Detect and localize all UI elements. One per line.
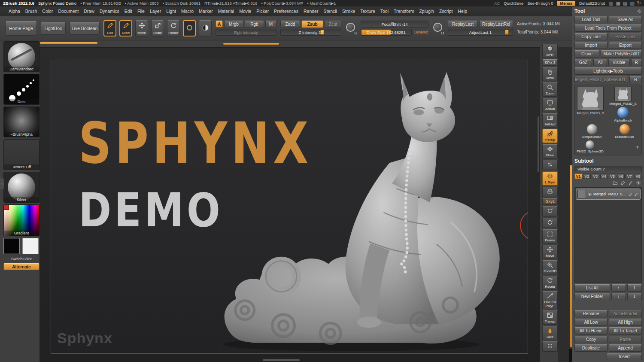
shelf-scroll[interactable]: Scroll xyxy=(542,67,558,81)
tool-thumb-simplebrush[interactable]: SimpleBrush xyxy=(577,124,607,139)
shelf-bpr[interactable]: BPR xyxy=(542,44,558,58)
stroke-curve-toggle[interactable]: S xyxy=(345,21,357,35)
button-visible[interactable]: Visible xyxy=(608,59,630,66)
tile-edit[interactable]: Edit xyxy=(103,20,116,37)
button-goz[interactable]: GoZ xyxy=(574,59,592,66)
zsub-button[interactable]: Zsub xyxy=(301,21,323,28)
shelf-local[interactable] xyxy=(542,160,558,170)
eye-icon[interactable] xyxy=(636,180,641,186)
subtool-tab-v3[interactable]: V3 xyxy=(592,173,599,179)
shelf-move[interactable]: Move xyxy=(542,245,558,259)
button-copy-tool[interactable]: Copy Tool xyxy=(574,33,608,40)
zcut-button[interactable]: Zcut xyxy=(325,21,341,28)
shelf-line-fill[interactable]: Line FillPolyF xyxy=(542,291,558,309)
button-duplicate[interactable]: Duplicate xyxy=(574,344,608,352)
button-autoreorder[interactable]: AutoReorder xyxy=(609,310,642,317)
shelf-dots[interactable] xyxy=(542,341,558,352)
z-intensity-slider[interactable]: Z Intensity 33 xyxy=(280,29,341,36)
tile-brush-ring[interactable] xyxy=(183,20,196,37)
button-copy[interactable]: Copy xyxy=(574,336,608,343)
active-tool-thumb[interactable]: Merged_PM3D_S xyxy=(577,87,604,115)
m-button[interactable]: M xyxy=(265,21,276,28)
live-boolean-button[interactable]: Live Boolean xyxy=(70,22,100,35)
menu-stencil[interactable]: Stencil xyxy=(321,6,340,16)
primary-color-swatch[interactable] xyxy=(3,238,20,254)
button-clone[interactable]: Clone xyxy=(574,50,599,58)
menu-help[interactable]: Help xyxy=(455,6,470,16)
menu-marker[interactable]: Marker xyxy=(196,6,216,16)
button-all[interactable]: All xyxy=(593,59,607,66)
layout-split-icon[interactable]: ▥ xyxy=(609,1,613,6)
material-selector[interactable]: Silver xyxy=(3,172,39,203)
canvas-horizontal-scrollbar[interactable] xyxy=(263,359,300,361)
mrgb-button[interactable]: Mrgb xyxy=(224,21,243,28)
tile-rotate[interactable]: Rotate xyxy=(167,20,180,37)
menu-tool[interactable]: Tool xyxy=(378,6,391,16)
tool-thumb-merged-pm3d-s[interactable]: Merged_PM3D_S xyxy=(606,87,640,106)
document-canvas[interactable]: SPHYNX DEMO Sphynx xyxy=(51,60,528,354)
menu-layer[interactable]: Layer xyxy=(147,6,164,16)
layout-rows-icon[interactable]: ▤ xyxy=(623,1,627,6)
shelf-scrollbar[interactable] xyxy=(223,43,279,45)
quicksave-button[interactable]: QuickSave xyxy=(504,1,523,6)
button-paste-tool[interactable]: Paste Tool xyxy=(609,33,642,40)
panel-menu-icon[interactable] xyxy=(637,9,642,14)
menu-alpha[interactable]: Alpha xyxy=(6,6,23,16)
layout-grid-icon[interactable]: ▧ xyxy=(630,1,634,6)
subtool-tab-v1[interactable]: V1 xyxy=(574,173,582,179)
button-insert[interactable]: Insert xyxy=(607,353,642,360)
auto-assign-chip[interactable]: A xyxy=(216,21,223,27)
visible-count-slider[interactable]: Visible Count 7 xyxy=(574,166,642,172)
button-rename[interactable]: Rename xyxy=(574,310,608,317)
shelf-rotate[interactable]: Rotate xyxy=(542,276,558,290)
dynamic-curve-toggle[interactable]: D xyxy=(432,21,444,35)
shelf-actual[interactable]: Actual xyxy=(542,98,558,112)
menu-texture[interactable]: Texture xyxy=(358,6,377,16)
see-through-slider[interactable]: See-through 0 xyxy=(527,1,553,6)
shelf-gxyz[interactable]: Gxyz xyxy=(542,198,558,205)
menu-stroke[interactable]: Stroke xyxy=(340,6,358,16)
tile-scale[interactable]: Scale xyxy=(151,20,164,37)
color-picker[interactable]: Gradient xyxy=(3,204,39,236)
button-make-polymesh3d[interactable]: Make PolyMesh3D xyxy=(601,50,642,58)
shelf-solo[interactable]: Solo xyxy=(542,326,558,340)
menu-draw[interactable]: Draw xyxy=(81,6,97,16)
button-all-to-home[interactable]: All To Home xyxy=(574,327,608,335)
menu-picker[interactable]: Picker xyxy=(254,6,271,16)
home-page-button[interactable]: Home Page xyxy=(5,21,37,36)
subtool-tab-v6[interactable]: V6 xyxy=(617,173,625,179)
tile-shade-sphere[interactable] xyxy=(199,20,212,37)
eye-icon[interactable] xyxy=(587,192,592,197)
menu-dynamics[interactable]: Dynamics xyxy=(97,6,122,16)
menu-zscript[interactable]: Zscript xyxy=(437,6,456,16)
subtool-tab-v7[interactable]: V7 xyxy=(626,173,633,179)
button-load-tools-from-project[interactable]: Load Tools From Project xyxy=(574,24,642,32)
subtool-item[interactable]: Merged_PM3D_Sphere3D1_2 xyxy=(576,189,641,200)
pen-icon[interactable] xyxy=(634,192,639,197)
subtool-tab-v4[interactable]: V4 xyxy=(600,173,608,179)
layout-columns-icon[interactable]: ▦ xyxy=(616,1,620,6)
menu-color[interactable]: Color xyxy=(39,6,55,16)
tile-move[interactable]: Move xyxy=(135,20,148,37)
menu-material[interactable]: Material xyxy=(216,6,237,16)
menu-transform[interactable]: Transform xyxy=(391,6,416,16)
canvas-vertical-scrollbar[interactable] xyxy=(538,116,539,172)
pen-icon[interactable] xyxy=(628,180,633,186)
button-all-low[interactable]: All Low xyxy=(574,319,608,326)
left-tray-collapse-handle[interactable]: ‹ xyxy=(0,178,4,189)
button-r[interactable]: R xyxy=(631,59,642,66)
shelf-floor[interactable]: Floor xyxy=(542,144,558,158)
menu-zplugin[interactable]: Zplugin xyxy=(416,6,436,16)
shelf-cycle[interactable] xyxy=(542,218,558,228)
tray-resize-handle[interactable] xyxy=(569,349,572,362)
button-paste[interactable]: Paste xyxy=(609,336,642,343)
menu-edit[interactable]: Edit xyxy=(122,6,135,16)
subtool-list[interactable]: Merged_PM3D_Sphere3D1_2 xyxy=(574,187,642,283)
menu-document[interactable]: Document xyxy=(55,6,81,16)
subtool-tab-v2[interactable]: V2 xyxy=(583,173,591,179)
brush-selector[interactable]: DamStandard xyxy=(3,41,39,72)
replay-last-button[interactable]: ReplayLast xyxy=(448,21,478,28)
adjust-last-slider[interactable]: AdjustLast 1 xyxy=(448,29,513,36)
tool-thumb-pm3d-sphere3d[interactable]: PM3D_Sphere3D xyxy=(577,140,604,153)
arrow-bottom-icon[interactable]: ⇓ xyxy=(627,293,642,300)
